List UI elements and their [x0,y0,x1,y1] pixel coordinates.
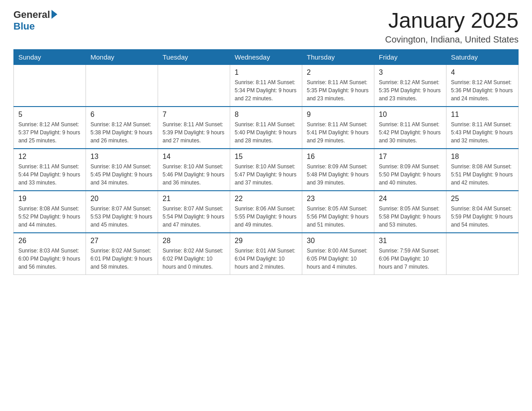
day-info: Sunrise: 8:08 AM Sunset: 5:52 PM Dayligh… [18,205,81,229]
calendar-cell: 9Sunrise: 8:11 AM Sunset: 5:41 PM Daylig… [302,107,374,149]
day-info: Sunrise: 8:09 AM Sunset: 5:48 PM Dayligh… [307,163,369,187]
calendar-cell [14,64,86,107]
day-number: 5 [18,111,81,119]
day-info: Sunrise: 8:07 AM Sunset: 5:53 PM Dayligh… [90,205,153,229]
week-row-3: 12Sunrise: 8:11 AM Sunset: 5:44 PM Dayli… [14,149,519,191]
calendar-cell: 20Sunrise: 8:07 AM Sunset: 5:53 PM Dayli… [86,191,158,233]
title-block: January 2025 Covington, Indiana, United … [385,9,519,45]
day-info: Sunrise: 8:05 AM Sunset: 5:56 PM Dayligh… [307,205,369,229]
day-info: Sunrise: 8:06 AM Sunset: 5:55 PM Dayligh… [235,205,297,229]
calendar-cell: 1Sunrise: 8:11 AM Sunset: 5:34 PM Daylig… [230,64,302,107]
calendar-cell: 27Sunrise: 8:02 AM Sunset: 6:01 PM Dayli… [86,233,158,275]
day-info: Sunrise: 8:02 AM Sunset: 6:01 PM Dayligh… [90,247,153,271]
day-number: 14 [163,153,225,161]
day-number: 1 [235,68,297,77]
calendar-cell: 19Sunrise: 8:08 AM Sunset: 5:52 PM Dayli… [14,191,86,233]
calendar-cell [86,64,158,107]
day-number: 12 [18,153,81,161]
week-row-2: 5Sunrise: 8:12 AM Sunset: 5:37 PM Daylig… [14,107,519,149]
day-number: 31 [379,237,442,245]
day-number: 23 [307,195,369,203]
calendar-cell: 29Sunrise: 8:01 AM Sunset: 6:04 PM Dayli… [230,233,302,275]
day-info: Sunrise: 8:04 AM Sunset: 5:59 PM Dayligh… [451,205,514,229]
day-info: Sunrise: 8:03 AM Sunset: 6:00 PM Dayligh… [18,247,81,271]
day-number: 7 [163,111,225,119]
day-info: Sunrise: 8:12 AM Sunset: 5:35 PM Dayligh… [379,78,442,103]
day-info: Sunrise: 8:05 AM Sunset: 5:58 PM Dayligh… [379,205,442,229]
day-number: 24 [379,195,442,203]
day-number: 16 [307,153,369,161]
calendar-cell: 21Sunrise: 8:07 AM Sunset: 5:54 PM Dayli… [158,191,230,233]
calendar-cell: 3Sunrise: 8:12 AM Sunset: 5:35 PM Daylig… [374,64,446,107]
day-number: 11 [451,111,514,119]
logo-blue-text: Blue [13,21,35,32]
calendar-cell: 4Sunrise: 8:12 AM Sunset: 5:36 PM Daylig… [446,64,519,107]
day-info: Sunrise: 8:11 AM Sunset: 5:40 PM Dayligh… [235,120,297,145]
day-number: 6 [90,111,153,119]
day-number: 21 [163,195,225,203]
day-number: 29 [235,237,297,245]
calendar-cell: 10Sunrise: 8:11 AM Sunset: 5:42 PM Dayli… [374,107,446,149]
weekday-header-friday: Friday [374,49,446,64]
calendar-cell: 30Sunrise: 8:00 AM Sunset: 6:05 PM Dayli… [302,233,374,275]
calendar-subtitle: Covington, Indiana, United States [385,34,519,45]
calendar-cell: 28Sunrise: 8:02 AM Sunset: 6:02 PM Dayli… [158,233,230,275]
day-info: Sunrise: 8:11 AM Sunset: 5:34 PM Dayligh… [235,78,297,103]
calendar-cell: 23Sunrise: 8:05 AM Sunset: 5:56 PM Dayli… [302,191,374,233]
day-info: Sunrise: 8:10 AM Sunset: 5:46 PM Dayligh… [163,163,225,187]
weekday-header-saturday: Saturday [446,49,519,64]
day-number: 20 [90,195,153,203]
week-row-1: 1Sunrise: 8:11 AM Sunset: 5:34 PM Daylig… [14,64,519,107]
calendar-cell: 5Sunrise: 8:12 AM Sunset: 5:37 PM Daylig… [14,107,86,149]
day-info: Sunrise: 8:02 AM Sunset: 6:02 PM Dayligh… [163,247,225,271]
logo: General Blue [13,9,57,32]
day-info: Sunrise: 8:11 AM Sunset: 5:43 PM Dayligh… [451,120,514,145]
day-info: Sunrise: 8:08 AM Sunset: 5:51 PM Dayligh… [451,163,514,187]
day-info: Sunrise: 8:07 AM Sunset: 5:54 PM Dayligh… [163,205,225,229]
calendar-cell: 8Sunrise: 8:11 AM Sunset: 5:40 PM Daylig… [230,107,302,149]
calendar-cell: 2Sunrise: 8:11 AM Sunset: 5:35 PM Daylig… [302,64,374,107]
day-number: 25 [451,195,514,203]
day-number: 8 [235,111,297,119]
calendar-cell: 13Sunrise: 8:10 AM Sunset: 5:45 PM Dayli… [86,149,158,191]
day-number: 27 [90,237,153,245]
calendar-cell: 31Sunrise: 7:59 AM Sunset: 6:06 PM Dayli… [374,233,446,275]
calendar-cell: 18Sunrise: 8:08 AM Sunset: 5:51 PM Dayli… [446,149,519,191]
day-number: 3 [379,68,442,77]
day-info: Sunrise: 8:12 AM Sunset: 5:38 PM Dayligh… [90,120,153,145]
day-info: Sunrise: 8:12 AM Sunset: 5:37 PM Dayligh… [18,120,81,145]
calendar-cell: 22Sunrise: 8:06 AM Sunset: 5:55 PM Dayli… [230,191,302,233]
calendar-cell: 7Sunrise: 8:11 AM Sunset: 5:39 PM Daylig… [158,107,230,149]
calendar-cell: 17Sunrise: 8:09 AM Sunset: 5:50 PM Dayli… [374,149,446,191]
calendar-cell: 12Sunrise: 8:11 AM Sunset: 5:44 PM Dayli… [14,149,86,191]
day-info: Sunrise: 8:01 AM Sunset: 6:04 PM Dayligh… [235,247,297,271]
day-number: 26 [18,237,81,245]
day-number: 18 [451,153,514,161]
calendar-title: January 2025 [385,9,519,33]
day-number: 19 [18,195,81,203]
day-info: Sunrise: 8:11 AM Sunset: 5:44 PM Dayligh… [18,163,81,187]
day-number: 22 [235,195,297,203]
day-number: 15 [235,153,297,161]
day-info: Sunrise: 8:12 AM Sunset: 5:36 PM Dayligh… [451,78,514,103]
day-number: 4 [451,68,514,77]
day-number: 10 [379,111,442,119]
page-header: General Blue January 2025 Covington, Ind… [13,9,519,45]
weekday-header-wednesday: Wednesday [230,49,302,64]
week-row-4: 19Sunrise: 8:08 AM Sunset: 5:52 PM Dayli… [14,191,519,233]
day-number: 17 [379,153,442,161]
day-number: 13 [90,153,153,161]
weekday-header-sunday: Sunday [14,49,86,64]
day-number: 9 [307,111,369,119]
logo-general-text: General [13,9,50,21]
calendar-cell [446,233,519,275]
weekday-header-row: SundayMondayTuesdayWednesdayThursdayFrid… [14,49,519,64]
calendar-cell: 16Sunrise: 8:09 AM Sunset: 5:48 PM Dayli… [302,149,374,191]
day-info: Sunrise: 8:11 AM Sunset: 5:42 PM Dayligh… [379,120,442,145]
calendar-cell: 24Sunrise: 8:05 AM Sunset: 5:58 PM Dayli… [374,191,446,233]
calendar-table: SundayMondayTuesdayWednesdayThursdayFrid… [13,49,519,275]
calendar-cell: 11Sunrise: 8:11 AM Sunset: 5:43 PM Dayli… [446,107,519,149]
weekday-header-thursday: Thursday [302,49,374,64]
calendar-cell: 25Sunrise: 8:04 AM Sunset: 5:59 PM Dayli… [446,191,519,233]
day-info: Sunrise: 8:10 AM Sunset: 5:45 PM Dayligh… [90,163,153,187]
